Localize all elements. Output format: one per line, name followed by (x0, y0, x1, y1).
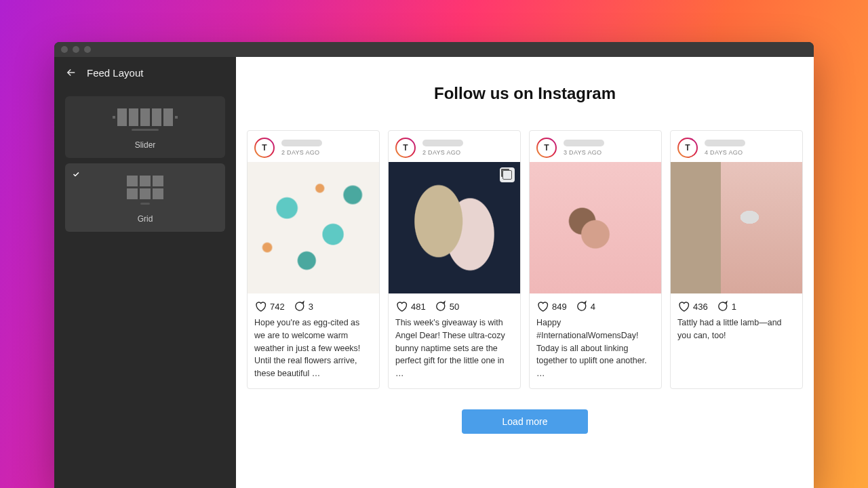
slider-thumb-icon (113, 108, 178, 131)
likes-count: 742 (270, 302, 285, 312)
post-grid: T 2 DAYS AGO 742 (247, 130, 803, 389)
username-placeholder (422, 140, 463, 146)
post-caption: Tattly had a little lamb—and you can, to… (671, 317, 802, 350)
heart-icon (677, 300, 690, 312)
post-image[interactable] (389, 162, 520, 293)
comments-stat[interactable]: 50 (434, 300, 459, 312)
comments-count: 1 (732, 302, 736, 312)
post-timestamp: 4 DAYS AGO (705, 149, 745, 156)
likes-stat[interactable]: 481 (395, 300, 426, 312)
post-timestamp: 3 DAYS AGO (564, 149, 604, 156)
post-card[interactable]: T 2 DAYS AGO 481 (388, 130, 521, 389)
post-card[interactable]: T 4 DAYS AGO 436 (670, 130, 803, 389)
titlebar (54, 42, 814, 57)
window-close-dot[interactable] (61, 46, 68, 53)
comments-count: 3 (309, 302, 313, 312)
comments-count: 4 (591, 302, 595, 312)
post-caption: This week's giveaway is with Angel Dear!… (389, 317, 520, 388)
comment-icon (293, 300, 305, 312)
post-image[interactable] (671, 162, 802, 293)
comments-stat[interactable]: 4 (575, 300, 595, 312)
back-arrow-icon[interactable] (65, 66, 77, 79)
comment-icon (434, 300, 446, 312)
avatar[interactable]: T (254, 138, 275, 158)
username-placeholder (281, 140, 322, 146)
window-minimize-dot[interactable] (73, 46, 79, 53)
post-card[interactable]: T 2 DAYS AGO 742 (247, 130, 380, 389)
comments-stat[interactable]: 1 (716, 300, 736, 312)
comments-stat[interactable]: 3 (293, 300, 313, 312)
post-caption: Hope you're as egg-cited as we are to we… (248, 317, 379, 388)
likes-stat[interactable]: 436 (677, 300, 708, 312)
heart-icon (254, 300, 267, 312)
grid-thumb-icon (127, 176, 163, 205)
check-icon (71, 169, 81, 180)
post-card[interactable]: T 3 DAYS AGO 849 (529, 130, 662, 389)
post-timestamp: 2 DAYS AGO (422, 149, 463, 156)
post-image[interactable] (530, 162, 661, 293)
comment-icon (575, 300, 587, 312)
likes-stat[interactable]: 849 (536, 300, 567, 312)
avatar[interactable]: T (536, 138, 557, 158)
sidebar-header: Feed Layout (54, 57, 236, 88)
post-caption: Happy #InternationalWomensDay! Today is … (530, 317, 661, 388)
main-preview: Follow us on Instagram T 2 DAYS AGO (236, 57, 814, 488)
layout-option-slider[interactable]: Slider (65, 96, 225, 158)
comments-count: 50 (450, 302, 459, 312)
layout-label: Grid (138, 214, 153, 224)
layout-options: Slider Grid (54, 88, 236, 240)
heart-icon (395, 300, 408, 312)
username-placeholder (564, 140, 604, 146)
likes-stat[interactable]: 742 (254, 300, 285, 312)
window-maximize-dot[interactable] (84, 46, 91, 53)
post-image[interactable] (248, 162, 379, 293)
likes-count: 481 (411, 302, 426, 312)
app-window: Feed Layout Slider (54, 42, 814, 488)
avatar[interactable]: T (677, 138, 698, 158)
avatar[interactable]: T (395, 138, 416, 158)
likes-count: 436 (693, 302, 708, 312)
sidebar: Feed Layout Slider (54, 57, 236, 488)
heart-icon (536, 300, 549, 312)
username-placeholder (705, 140, 745, 146)
layout-option-grid[interactable]: Grid (65, 163, 225, 232)
sidebar-title: Feed Layout (87, 67, 143, 79)
comment-icon (716, 300, 728, 312)
likes-count: 849 (552, 302, 567, 312)
layout-label: Slider (135, 140, 156, 150)
post-timestamp: 2 DAYS AGO (281, 149, 322, 156)
load-more-button[interactable]: Load more (462, 409, 589, 434)
feed-title: Follow us on Instagram (434, 84, 616, 103)
gallery-icon (500, 167, 515, 182)
